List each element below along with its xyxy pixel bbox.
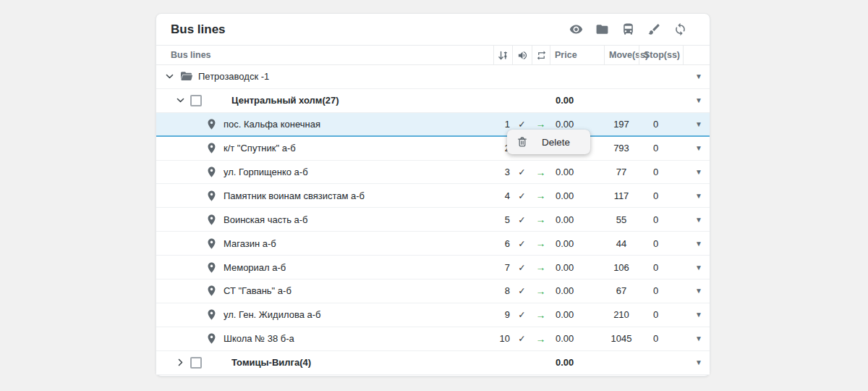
- location-pin-icon: [205, 118, 218, 130]
- row-move-seconds: 55: [604, 214, 639, 225]
- brush-icon[interactable]: [647, 22, 661, 36]
- row-label: ул. Ген. Жидилова а-б: [224, 309, 321, 320]
- table-row[interactable]: Центральный холм(27)0.00▼: [156, 89, 710, 113]
- table-row[interactable]: Мемориал а-б7✓→0.001060▼: [156, 256, 710, 279]
- row-name-cell: пос. Кальфа конечная: [156, 113, 493, 135]
- table-row[interactable]: Памятник воинам связистам а-б4✓→0.001170…: [156, 184, 710, 208]
- column-header-move: Move(ss): [604, 46, 639, 64]
- row-label: к/т "Спутник" а-б: [224, 143, 296, 154]
- row-name-cell: Томицы-Вилга(4): [156, 351, 493, 374]
- row-dropdown-caret[interactable]: ▼: [683, 96, 710, 104]
- row-dropdown-caret[interactable]: ▼: [683, 240, 710, 248]
- row-dropdown-caret[interactable]: ▼: [683, 311, 710, 319]
- row-move-seconds: 793: [604, 143, 639, 154]
- eye-icon[interactable]: [569, 22, 583, 36]
- row-label: СТ "Гавань" а-б: [224, 285, 292, 296]
- row-check-icon: ✓: [512, 262, 532, 273]
- row-price: 0.00: [550, 285, 604, 296]
- row-dropdown-caret[interactable]: ▼: [683, 264, 710, 272]
- chevron-right-icon[interactable]: [176, 358, 185, 367]
- row-checkbox[interactable]: [190, 357, 202, 369]
- row-order-number: 9: [493, 309, 512, 320]
- table-row[interactable]: Школа № 38 б-а10✓→0.0010450▼: [156, 327, 710, 351]
- chevron-down-icon[interactable]: [165, 72, 174, 81]
- location-pin-icon: [205, 308, 218, 321]
- row-order-number: 6: [493, 238, 512, 249]
- trash-icon: [516, 136, 528, 148]
- location-pin-icon: [205, 237, 218, 250]
- row-label: Школа № 38 б-а: [224, 333, 294, 344]
- context-menu-item-delete[interactable]: Delete: [542, 137, 570, 148]
- bus-icon[interactable]: [621, 22, 635, 36]
- row-name-cell: Памятник воинам связистам а-б: [156, 184, 493, 207]
- row-stop-seconds: 0: [639, 167, 683, 177]
- location-pin-icon: [205, 142, 218, 154]
- panel-title: Bus lines: [171, 22, 226, 37]
- table-row[interactable]: СТ "Гавань" а-б8✓→0.00670▼: [156, 279, 710, 303]
- row-name-cell: ул. Горпищенко а-б: [156, 161, 493, 184]
- row-direction-arrow-icon: →: [532, 118, 550, 130]
- location-pin-icon: [205, 214, 218, 226]
- row-dropdown-caret[interactable]: ▼: [683, 335, 710, 342]
- row-price: 0.00: [550, 95, 604, 106]
- row-stop-seconds: 0: [639, 309, 683, 320]
- open-folder-icon: [179, 70, 193, 83]
- row-direction-arrow-icon: →: [532, 190, 550, 201]
- row-stop-seconds: 0: [639, 285, 683, 296]
- sort-order-icon[interactable]: [493, 46, 512, 64]
- refresh-icon[interactable]: [673, 22, 687, 36]
- row-dropdown-caret[interactable]: ▼: [683, 72, 710, 80]
- table-row[interactable]: ул. Горпищенко а-б3✓→0.00770▼: [156, 161, 710, 185]
- row-label: Томицы-Вилга(4): [231, 357, 311, 368]
- row-price: 0.00: [550, 357, 604, 368]
- row-dropdown-caret[interactable]: ▼: [683, 192, 710, 200]
- table-row[interactable]: Томицы-Вилга(4)0.00▼: [156, 351, 710, 375]
- row-name-cell: Мемориал а-б: [156, 256, 493, 279]
- toolbar: [569, 22, 687, 36]
- location-pin-icon: [205, 166, 218, 178]
- row-name-cell: Магазин а-б: [156, 232, 493, 255]
- chevron-down-icon[interactable]: [176, 96, 185, 105]
- row-dropdown-caret[interactable]: ▼: [683, 216, 710, 224]
- row-dropdown-caret[interactable]: ▼: [683, 168, 710, 176]
- row-move-seconds: 44: [604, 238, 639, 249]
- table-row[interactable]: Петрозаводск -1▼: [156, 65, 710, 89]
- row-name-cell: ул. Ген. Жидилова а-б: [156, 303, 493, 327]
- row-label: Мемориал а-б: [224, 262, 286, 273]
- row-check-icon: ✓: [512, 285, 532, 296]
- row-stop-seconds: 0: [639, 238, 683, 249]
- column-header-price: Price: [550, 46, 604, 64]
- table-row[interactable]: ул. Ген. Жидилова а-б9✓→0.002100▼: [156, 303, 710, 327]
- row-order-number: 4: [493, 190, 512, 201]
- table-row[interactable]: Магазин а-б6✓→0.00440▼: [156, 232, 710, 256]
- row-label: ул. Горпищенко а-б: [224, 167, 308, 177]
- row-label: Петрозаводск -1: [198, 71, 269, 82]
- row-dropdown-caret[interactable]: ▼: [683, 358, 710, 366]
- row-move-seconds: 210: [604, 309, 639, 320]
- folder-icon[interactable]: [595, 22, 609, 36]
- row-direction-arrow-icon: →: [532, 261, 550, 273]
- row-dropdown-caret[interactable]: ▼: [683, 287, 710, 295]
- table-row[interactable]: пос. Кальфа конечная1✓→0.001970▼: [156, 113, 710, 137]
- row-price: 0.00: [550, 238, 604, 249]
- column-header-stop: Stop(ss): [639, 46, 683, 64]
- table-row[interactable]: Воинская часть а-б5✓→0.00550▼: [156, 208, 710, 232]
- row-price: 0.00: [550, 167, 604, 177]
- speaker-icon[interactable]: [512, 46, 532, 64]
- row-label: Магазин а-б: [224, 238, 276, 249]
- row-move-seconds: 197: [604, 119, 639, 130]
- row-name-cell: Воинская часть а-б: [156, 208, 493, 231]
- row-dropdown-caret[interactable]: ▼: [683, 144, 710, 152]
- repeat-icon[interactable]: [532, 46, 550, 64]
- column-header-name: Bus lines: [156, 46, 493, 64]
- row-check-icon: ✓: [512, 214, 532, 225]
- row-label: пос. Кальфа конечная: [224, 119, 320, 130]
- table-row[interactable]: к/т "Спутник" а-б2✓→0.007930▼: [156, 137, 710, 161]
- row-dropdown-caret[interactable]: ▼: [683, 120, 710, 128]
- row-check-icon: ✓: [512, 238, 532, 249]
- context-menu: Delete: [507, 130, 590, 154]
- row-checkbox[interactable]: [190, 95, 202, 106]
- row-move-seconds: 1045: [604, 333, 639, 344]
- row-check-icon: ✓: [512, 190, 532, 201]
- row-order-number: 10: [493, 333, 512, 344]
